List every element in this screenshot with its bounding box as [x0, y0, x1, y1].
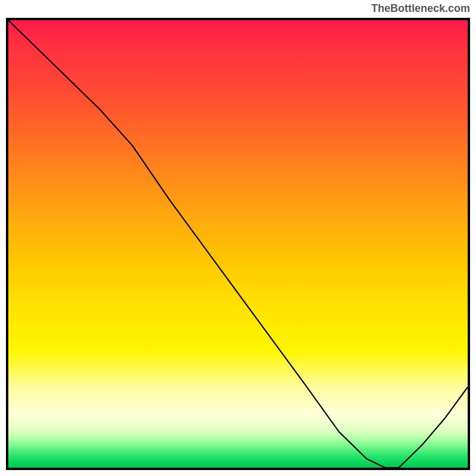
chart-line-svg	[8, 20, 468, 468]
bottleneck-curve-path	[8, 20, 468, 468]
chart-plot-area	[6, 18, 470, 470]
attribution-text: TheBottleneck.com	[371, 2, 470, 15]
